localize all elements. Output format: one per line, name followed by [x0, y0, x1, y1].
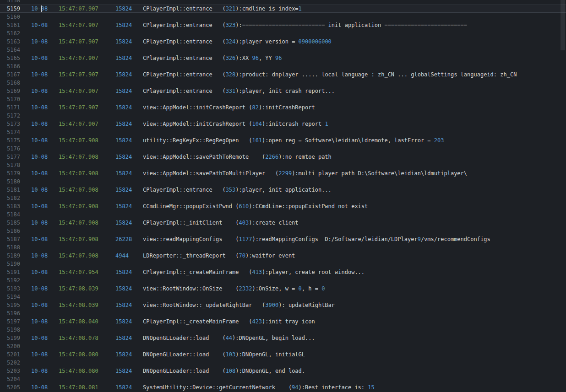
log-line[interactable]: 5162: [0, 29, 566, 38]
log-line[interactable]: 5197 10-08 15:47:08.040 15824 CPlayerImp…: [0, 317, 566, 326]
line-number[interactable]: 5199: [0, 334, 20, 342]
log-line[interactable]: 5176: [0, 145, 566, 153]
line-number[interactable]: 5159: [0, 5, 20, 13]
log-line[interactable]: 5187 10-08 15:47:07.908 26228 view::read…: [0, 235, 566, 243]
line-number[interactable]: 5174: [0, 128, 20, 136]
line-number[interactable]: 5201: [0, 350, 20, 359]
log-line[interactable]: 5196: [0, 309, 566, 317]
log-line[interactable]: 5179 10-08 15:47:07.908 15824 view::AppM…: [0, 169, 566, 177]
line-number[interactable]: 5179: [0, 169, 20, 177]
line-number[interactable]: 5172: [0, 112, 20, 120]
log-line[interactable]: 5161 10-08 15:47:07.907 15824 CPlayerImp…: [0, 21, 566, 29]
log-line[interactable]: 5174: [0, 128, 566, 136]
line-number[interactable]: 5163: [0, 38, 20, 46]
log-line[interactable]: 5202: [0, 359, 566, 367]
log-line[interactable]: 5160: [0, 13, 566, 21]
line-number[interactable]: 5167: [0, 70, 20, 79]
log-line[interactable]: 5171 10-08 15:47:07.907 15824 view::AppM…: [0, 103, 566, 112]
line-number[interactable]: 5181: [0, 186, 20, 194]
vertical-scrollbar[interactable]: [560, 0, 566, 392]
log-line[interactable]: 5188: [0, 243, 566, 252]
line-number[interactable]: 5171: [0, 103, 20, 112]
line-number[interactable]: 5194: [0, 293, 20, 301]
line-number[interactable]: 5192: [0, 276, 20, 285]
log-line[interactable]: 5201 10-08 15:47:08.080 15824 DNOpenGLLo…: [0, 350, 566, 359]
line-number[interactable]: 5170: [0, 95, 20, 103]
log-line[interactable]: 5166: [0, 62, 566, 70]
log-line[interactable]: 5183 10-08 15:47:07.908 15824 CCmdLineMg…: [0, 202, 566, 210]
log-line[interactable]: 5184: [0, 210, 566, 219]
line-number[interactable]: 5200: [0, 342, 20, 350]
scrollbar-thumb[interactable]: [561, 0, 565, 50]
line-number[interactable]: 5180: [0, 177, 20, 186]
log-line[interactable]: 5170: [0, 95, 566, 103]
line-number[interactable]: 5190: [0, 260, 20, 268]
line-number[interactable]: 5169: [0, 87, 20, 95]
line-number[interactable]: 5178: [0, 161, 20, 169]
log-line[interactable]: 5177 10-08 15:47:07.908 15824 view::AppM…: [0, 153, 566, 161]
line-number[interactable]: 5196: [0, 309, 20, 317]
line-number[interactable]: 5182: [0, 194, 20, 202]
log-line[interactable]: 5167 10-08 15:47:07.907 15824 CPlayerImp…: [0, 70, 566, 79]
log-line[interactable]: 5182: [0, 194, 566, 202]
line-number[interactable]: 5166: [0, 62, 20, 70]
log-line[interactable]: 5203 10-08 15:47:08.080 15824 DNOpenGLLo…: [0, 367, 566, 375]
log-line[interactable]: 5172: [0, 112, 566, 120]
line-number[interactable]: 5193: [0, 285, 20, 293]
log-line[interactable]: 5158: [0, 0, 566, 5]
line-number[interactable]: 5160: [0, 13, 20, 21]
line-number[interactable]: 5175: [0, 136, 20, 145]
line-number[interactable]: 5185: [0, 219, 20, 227]
log-line[interactable]: 5189 10-08 15:47:07.908 4944 LDReporter:…: [0, 252, 566, 260]
line-number[interactable]: 5197: [0, 317, 20, 326]
line-number[interactable]: 5205: [0, 383, 20, 392]
log-line[interactable]: 5163 10-08 15:47:07.907 15824 CPlayerImp…: [0, 38, 566, 46]
line-number[interactable]: 5176: [0, 145, 20, 153]
log-line[interactable]: 5190: [0, 260, 566, 268]
log-line[interactable]: 5185 10-08 15:47:07.908 15824 CPlayerImp…: [0, 219, 566, 227]
line-number[interactable]: 5161: [0, 21, 20, 29]
line-number[interactable]: 5184: [0, 210, 20, 219]
line-number[interactable]: 5202: [0, 359, 20, 367]
log-line[interactable]: 5186: [0, 227, 566, 235]
line-number[interactable]: 5168: [0, 79, 20, 87]
log-line[interactable]: 5204: [0, 375, 566, 383]
line-number[interactable]: 5164: [0, 46, 20, 54]
line-number[interactable]: 5187: [0, 235, 20, 243]
log-line[interactable]: 5194: [0, 293, 566, 301]
log-line[interactable]: 5195 10-08 15:47:08.039 15824 view::Root…: [0, 301, 566, 309]
line-number[interactable]: 5158: [0, 0, 20, 5]
line-number[interactable]: 5188: [0, 243, 20, 252]
log-line[interactable]: 5178: [0, 161, 566, 169]
line-number[interactable]: 5165: [0, 54, 20, 62]
line-number[interactable]: 5203: [0, 367, 20, 375]
line-number[interactable]: 5189: [0, 252, 20, 260]
log-line[interactable]: 5200: [0, 342, 566, 350]
line-number[interactable]: 5177: [0, 153, 20, 161]
log-line[interactable]: 5180: [0, 177, 566, 186]
log-line[interactable]: 5192: [0, 276, 566, 285]
log-line[interactable]: 5169 10-08 15:47:07.907 15824 CPlayerImp…: [0, 87, 566, 95]
line-number[interactable]: 5186: [0, 227, 20, 235]
log-line[interactable]: 5159 10-08 15:47:07.907 15824 CPlayerImp…: [0, 5, 566, 13]
log-line[interactable]: 5181 10-08 15:47:07.908 15824 CPlayerImp…: [0, 186, 566, 194]
log-line[interactable]: 5199 10-08 15:47:08.078 15824 DNOpenGLLo…: [0, 334, 566, 342]
log-line[interactable]: 5193 10-08 15:47:08.039 15824 view::Root…: [0, 285, 566, 293]
line-number[interactable]: 5162: [0, 29, 20, 38]
line-number[interactable]: 5204: [0, 375, 20, 383]
line-number[interactable]: 5198: [0, 326, 20, 334]
log-line[interactable]: 5164: [0, 46, 566, 54]
log-line[interactable]: 5173 10-08 15:47:07.907 15824 view::AppM…: [0, 120, 566, 128]
log-line[interactable]: 5205 10-08 15:47:08.081 15824 SystemUtil…: [0, 383, 566, 392]
line-number[interactable]: 5183: [0, 202, 20, 210]
log-date: [31, 46, 59, 54]
log-line[interactable]: 5198: [0, 326, 566, 334]
log-time: 15:47:07.954: [59, 268, 115, 276]
log-line[interactable]: 5165 10-08 15:47:07.907 15824 CPlayerImp…: [0, 54, 566, 62]
line-number[interactable]: 5195: [0, 301, 20, 309]
log-line[interactable]: 5168: [0, 79, 566, 87]
log-line[interactable]: 5175 10-08 15:47:07.908 15824 utility::R…: [0, 136, 566, 145]
line-number[interactable]: 5191: [0, 268, 20, 276]
line-number[interactable]: 5173: [0, 120, 20, 128]
log-line[interactable]: 5191 10-08 15:47:07.954 15824 CPlayerImp…: [0, 268, 566, 276]
